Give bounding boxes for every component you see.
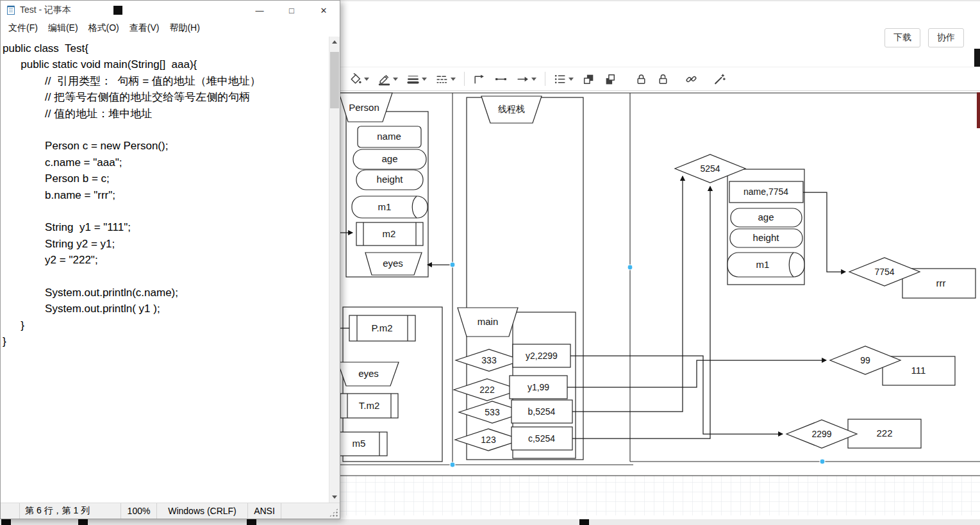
code-line: // 把等号右侧值的地址交给等号左侧的句柄 bbox=[3, 89, 327, 105]
taskbar-icon[interactable] bbox=[78, 519, 88, 525]
edge-c-to-5254[interactable] bbox=[572, 187, 710, 438]
menu-edit[interactable]: 编辑(E) bbox=[43, 21, 83, 36]
node-method-m2[interactable]: m2 bbox=[356, 222, 423, 246]
selection-handle[interactable] bbox=[820, 459, 825, 464]
notepad-titlebar[interactable]: Test - 记事本 ― □ ✕ bbox=[1, 1, 340, 20]
link-button[interactable] bbox=[683, 71, 700, 87]
download-button[interactable]: 下载 bbox=[884, 28, 920, 47]
menu-help[interactable]: 帮助(H) bbox=[164, 21, 204, 36]
code-line: Person c = new Person(); bbox=[3, 138, 327, 154]
node-string-222[interactable]: 222 bbox=[848, 419, 921, 448]
code-line: y2 = "222"; bbox=[3, 252, 327, 268]
taskbar-icon[interactable] bbox=[247, 519, 256, 525]
node-field-height[interactable]: height bbox=[356, 170, 423, 190]
fill-color-icon bbox=[349, 72, 362, 86]
line-color-icon bbox=[378, 72, 391, 86]
label: 7754 bbox=[874, 267, 894, 277]
node-field-eyes[interactable]: eyes bbox=[365, 253, 422, 275]
menu-view[interactable]: 查看(V) bbox=[124, 21, 165, 36]
diagram-canvas-svg: Person name age height m1 bbox=[340, 91, 980, 521]
label: eyes bbox=[383, 258, 403, 269]
magic-wand-button[interactable] bbox=[711, 71, 728, 87]
label: c,5254 bbox=[528, 433, 555, 444]
node-field-name7754[interactable]: name,7754 bbox=[729, 181, 803, 203]
collaborate-button[interactable]: 协作 bbox=[928, 28, 964, 47]
unlock-button[interactable] bbox=[654, 71, 672, 87]
connector-arrow-button[interactable] bbox=[514, 71, 538, 87]
node-field-age-2[interactable]: age bbox=[731, 208, 802, 227]
node-var-y1[interactable]: y1,99 bbox=[510, 376, 567, 399]
node-var-y2[interactable]: y2,2299 bbox=[513, 344, 570, 367]
edge-y2-to-2299[interactable] bbox=[570, 356, 783, 434]
label: m5 bbox=[353, 438, 366, 449]
canvas-scrollbar-thumb[interactable] bbox=[977, 92, 980, 128]
screen: 下载 协作 bbox=[0, 0, 980, 525]
edge-y1-to-99[interactable] bbox=[567, 360, 826, 387]
connector-elbow-button[interactable] bbox=[470, 71, 488, 87]
notepad-menubar: 文件(F) 编辑(E) 格式(O) 查看(V) 帮助(H) bbox=[1, 20, 340, 37]
diagram-canvas[interactable]: Person name age height m1 bbox=[340, 91, 980, 521]
line-weight-button[interactable] bbox=[404, 71, 429, 87]
menu-format[interactable]: 格式(O) bbox=[83, 21, 124, 36]
node-field-height-2[interactable]: height bbox=[730, 229, 802, 247]
send-backward-button[interactable] bbox=[602, 71, 619, 87]
label: y1,99 bbox=[527, 382, 549, 392]
node-field-name[interactable]: name bbox=[358, 126, 421, 147]
node-var-c[interactable]: c,5254 bbox=[511, 427, 572, 450]
node-field-age[interactable]: age bbox=[353, 149, 426, 169]
edge-name-to-7754[interactable] bbox=[803, 192, 845, 272]
maximize-button[interactable]: □ bbox=[276, 1, 308, 20]
node-method-tm2[interactable]: T.m2 bbox=[340, 394, 398, 418]
connector-line-button[interactable] bbox=[492, 71, 510, 87]
node-person-title[interactable]: Person bbox=[340, 93, 392, 122]
label: 99 bbox=[860, 355, 870, 365]
scroll-up-button[interactable] bbox=[329, 37, 340, 47]
panel-toggle-partial[interactable] bbox=[974, 49, 980, 67]
notepad-text-area[interactable]: public class Test{ public static void ma… bbox=[1, 37, 340, 503]
selection-handle[interactable] bbox=[450, 262, 455, 267]
menu-file[interactable]: 文件(F) bbox=[3, 21, 43, 36]
label: age bbox=[758, 212, 774, 222]
selection-handle[interactable] bbox=[627, 265, 633, 270]
bring-forward-button[interactable] bbox=[580, 71, 597, 87]
edge-b-to-5254[interactable] bbox=[572, 176, 683, 412]
vertical-scrollbar[interactable] bbox=[329, 37, 340, 503]
label: name bbox=[377, 131, 401, 142]
label: 222 bbox=[876, 428, 892, 438]
label: m2 bbox=[383, 228, 396, 239]
label: T.m2 bbox=[359, 400, 380, 411]
line-style-button[interactable] bbox=[433, 71, 458, 87]
lock-button[interactable] bbox=[633, 71, 650, 87]
node-method-m5[interactable]: m5 bbox=[340, 432, 387, 456]
fill-color-button[interactable] bbox=[347, 71, 371, 87]
node-method-pm2[interactable]: P.m2 bbox=[349, 315, 415, 341]
taskbar-icon[interactable] bbox=[579, 519, 589, 525]
code-line bbox=[3, 122, 327, 138]
unlock-icon bbox=[656, 72, 670, 86]
link-icon bbox=[685, 72, 698, 86]
node-var-b[interactable]: b,5254 bbox=[511, 400, 572, 423]
scroll-down-button[interactable] bbox=[329, 492, 340, 503]
scrollbar-thumb[interactable] bbox=[330, 52, 339, 108]
label: main bbox=[478, 316, 499, 327]
titlebar-mark bbox=[113, 6, 122, 15]
window-controls: ― □ ✕ bbox=[244, 1, 340, 20]
node-addr-2299[interactable]: 2299 bbox=[786, 420, 857, 448]
node-method-m1[interactable]: m1 bbox=[352, 196, 428, 218]
selection-handle[interactable] bbox=[450, 462, 455, 467]
code-line: } bbox=[3, 317, 327, 333]
resize-grip[interactable] bbox=[329, 508, 338, 517]
node-eyes-2[interactable]: eyes bbox=[340, 362, 399, 386]
label: name,7754 bbox=[743, 187, 788, 197]
minimize-button[interactable]: ― bbox=[244, 1, 276, 20]
taskbar-icon[interactable] bbox=[1, 519, 11, 525]
align-button[interactable] bbox=[551, 71, 576, 87]
node-main-title[interactable]: main bbox=[458, 308, 518, 337]
code-line: public class Test{ bbox=[3, 40, 327, 56]
node-thread-stack-title[interactable]: 线程栈 bbox=[481, 96, 542, 123]
addr-333-label: 333 bbox=[481, 355, 497, 365]
encoding: ANSI bbox=[248, 503, 281, 519]
line-color-button[interactable] bbox=[376, 71, 400, 87]
close-button[interactable]: ✕ bbox=[308, 1, 340, 20]
node-method-m1-2[interactable]: m1 bbox=[727, 253, 804, 277]
